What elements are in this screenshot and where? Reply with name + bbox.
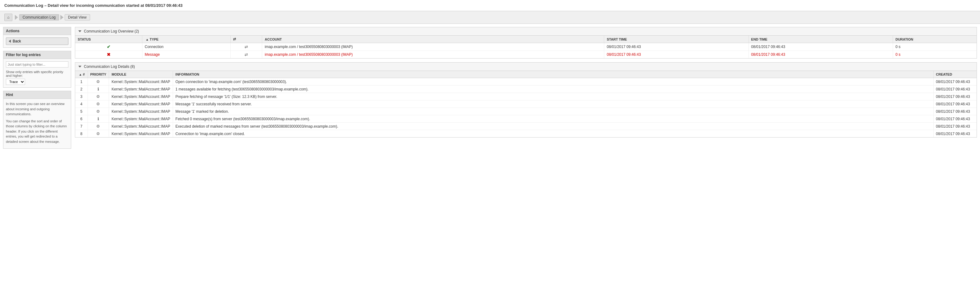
actions-content: Back [3,35,71,48]
details-toggle-icon[interactable] [78,66,81,67]
module-cell: Kernel::System::MailAccount::IMAP [109,86,173,93]
priority-icon: ⚙ [96,94,100,99]
home-button[interactable]: ⌂ [4,14,13,21]
table-row[interactable]: 4⚙Kernel::System::MailAccount::IMAPMessa… [75,100,977,108]
breadcrumb-detail-view: Detail View [65,14,90,21]
priority-cell: ℹ [88,86,109,93]
information-cell: Connection to 'imap.example.com' closed. [173,130,933,137]
details-col-priority[interactable]: PRIORITY [88,71,109,78]
row-num-cell: 5 [75,108,88,115]
transfer-icon: ⇄ [245,45,248,49]
filter-content: Show only entries with specific priority… [3,59,71,88]
priority-icon: ⚙ [96,124,100,129]
priority-icon: ℹ [97,116,99,121]
created-cell: 08/01/2017 09:46:43 [933,93,977,100]
priority-icon: ℹ [97,87,99,91]
breadcrumb: ⌂ Communication Log Detail View [0,11,980,24]
type-sort-arrow: ▲ [146,38,149,41]
priority-cell: ⚙ [88,130,109,137]
actions-section: Actions Back [3,27,71,48]
details-col-information[interactable]: INFORMATION [173,71,933,78]
account-cell[interactable]: imap.example.com / test30655080803000003… [262,51,604,59]
breadcrumb-communication-log[interactable]: Communication Log [19,14,59,21]
filter-input[interactable] [6,61,68,67]
table-row[interactable]: 5⚙Kernel::System::MailAccount::IMAPMessa… [75,108,977,115]
details-col-module[interactable]: MODULE [109,71,173,78]
row-num-cell: 8 [75,130,88,137]
hint-text: In this screen you can see an overview a… [6,101,68,144]
actions-title: Actions [3,27,71,35]
table-row[interactable]: 3⚙Kernel::System::MailAccount::IMAPPrepa… [75,93,977,100]
start-time-cell: 08/01/2017 09:46:43 [604,43,748,51]
table-row[interactable]: 6ℹKernel::System::MailAccount::IMAPFetch… [75,115,977,123]
created-cell: 08/01/2017 09:46:43 [933,123,977,130]
row-num-cell: 2 [75,86,88,93]
transfer-icon-cell: ⇄ [230,51,262,59]
type-cell[interactable]: Message [142,51,230,59]
row-num-cell: 3 [75,93,88,100]
hint-content: In this screen you can see an overview a… [3,99,71,148]
details-table: ▲ # PRIORITY MODULE INFORMATION CREATED … [75,71,977,137]
table-row[interactable]: 1⚙Kernel::System::MailAccount::IMAPOpen … [75,78,977,86]
table-row[interactable]: 2ℹKernel::System::MailAccount::IMAP1 mes… [75,86,977,93]
table-row[interactable]: 7⚙Kernel::System::MailAccount::IMAPExecu… [75,123,977,130]
overview-col-end[interactable]: END TIME [748,36,893,43]
row-num-cell: 6 [75,115,88,123]
back-button[interactable]: Back [6,37,68,45]
created-cell: 08/01/2017 09:46:43 [933,86,977,93]
created-cell: 08/01/2017 09:46:43 [933,78,977,86]
module-cell: Kernel::System::MailAccount::IMAP [109,130,173,137]
row-num-cell: 7 [75,123,88,130]
status-cell: ✖ [75,51,142,59]
table-row[interactable]: 8⚙Kernel::System::MailAccount::IMAPConne… [75,130,977,137]
overview-col-status[interactable]: STATUS [75,36,142,43]
overview-col-start[interactable]: START TIME [604,36,748,43]
details-col-num[interactable]: ▲ # [75,71,88,78]
overview-col-duration[interactable]: DURATION [893,36,977,43]
created-cell: 08/01/2017 09:46:43 [933,100,977,108]
created-cell: 08/01/2017 09:46:43 [933,115,977,123]
overview-col-account[interactable]: ACCOUNT [262,36,604,43]
details-col-created[interactable]: CREATED [933,71,977,78]
page-title: Communication Log – Detail view for inco… [0,0,980,11]
table-row[interactable]: ✔Connection⇄imap.example.com / test30655… [75,43,977,51]
row-num-cell: 1 [75,78,88,86]
information-cell: Prepare fetching of message '1/1' (Size:… [173,93,933,100]
priority-cell: ⚙ [88,123,109,130]
information-cell: Executed deletion of marked messages fro… [173,123,933,130]
created-cell: 08/01/2017 09:46:43 [933,130,977,137]
information-cell: Fetched 0 message(s) from server (test30… [173,115,933,123]
details-title: Communication Log Details (8) [75,62,977,71]
breadcrumb-arrow-2 [60,15,64,20]
priority-cell: ⚙ [88,100,109,108]
priority-cell: ⚙ [88,93,109,100]
overview-col-transfer[interactable]: ⇄ [230,36,262,43]
module-cell: Kernel::System::MailAccount::IMAP [109,93,173,100]
details-panel: Communication Log Details (8) ▲ # PRIORI… [75,62,977,137]
information-cell: Open connection to 'imap.example.com' (t… [173,78,933,86]
overview-title: Communication Log Overview (2) [75,27,977,36]
status-badge: ✔ [107,44,110,49]
transfer-icon: ⇄ [245,53,248,57]
account-cell: imap.example.com / test30655080803000003… [262,43,604,51]
start-time-cell: 08/01/2017 09:46:43 [604,51,748,59]
status-cell: ✔ [75,43,142,51]
priority-select[interactable]: Trace [6,79,25,85]
status-badge: ✖ [107,52,110,57]
back-arrow-icon [9,40,11,43]
filter-title: Filter for log entries [3,51,71,59]
overview-table: STATUS ▲ TYPE ⇄ ACCOUNT START TIME END T… [75,36,977,58]
priority-label: Show only entries with specific priority… [6,70,68,77]
module-cell: Kernel::System::MailAccount::IMAP [109,108,173,115]
information-cell: Message '1' marked for deletion. [173,108,933,115]
priority-cell: ℹ [88,115,109,123]
hint-title: Hint [3,91,71,99]
table-row[interactable]: ✖Message⇄imap.example.com / test30655080… [75,51,977,59]
overview-toggle-icon[interactable] [78,30,81,32]
priority-icon: ⚙ [96,109,100,114]
end-time-cell: 08/01/2017 09:46:43 [748,43,893,51]
page-title-text: Communication Log – Detail view for inco… [4,3,183,8]
sidebar: Actions Back Filter for log entries Show… [3,27,71,152]
overview-col-type[interactable]: ▲ TYPE [142,36,230,43]
module-cell: Kernel::System::MailAccount::IMAP [109,123,173,130]
